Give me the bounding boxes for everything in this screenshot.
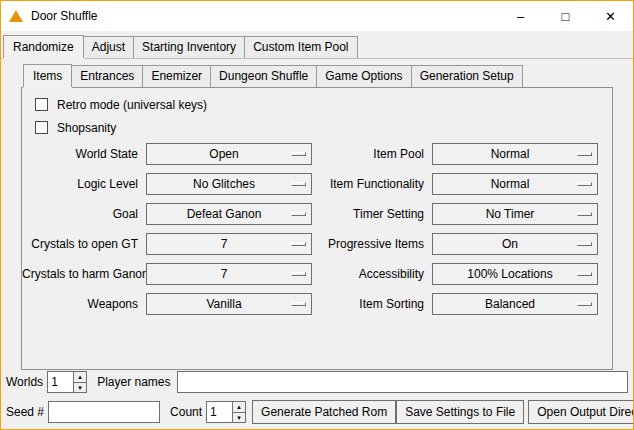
progressive-items-label: Progressive Items <box>312 237 432 251</box>
weapons-dropdown[interactable]: Vanilla <box>146 293 312 315</box>
dropdown-indicator-icon <box>577 212 592 216</box>
window-title: Door Shuffle <box>31 9 98 23</box>
sub-tab-bar: Items Entrances Enemizer Dungeon Shuffle… <box>21 59 613 88</box>
goal-label: Goal <box>22 207 146 221</box>
dropdown-indicator-icon <box>291 272 306 276</box>
item-functionality-dropdown[interactable]: Normal <box>432 173 598 195</box>
item-pool-value: Normal <box>491 147 540 161</box>
seed-row: Seed # Count ▴ ▾ Generate Patched Rom Sa… <box>6 400 628 424</box>
tab-custom-item-pool[interactable]: Custom Item Pool <box>244 36 357 58</box>
item-pool-label: Item Pool <box>312 147 432 161</box>
count-spinner: ▴ ▾ <box>206 401 246 423</box>
checkbox-row-retro-mode: Retro mode (universal keys) <box>35 97 612 112</box>
worlds-spin-down-button[interactable]: ▾ <box>74 382 86 393</box>
world-state-value: Open <box>209 147 248 161</box>
generate-button[interactable]: Generate Patched Rom <box>252 400 396 424</box>
worlds-row: Worlds ▴ ▾ Player names <box>6 371 628 393</box>
world-state-dropdown[interactable]: Open <box>146 143 312 165</box>
field-row: World State Open Item Pool Normal <box>22 143 612 165</box>
crystals-open-gt-label: Crystals to open GT <box>22 237 146 251</box>
dropdown-indicator-icon <box>577 182 592 186</box>
dropdown-indicator-icon <box>577 152 592 156</box>
dropdown-indicator-icon <box>577 242 592 246</box>
field-row: Logic Level No Glitches Item Functionali… <box>22 173 612 195</box>
logic-level-label: Logic Level <box>22 177 146 191</box>
logic-level-dropdown[interactable]: No Glitches <box>146 173 312 195</box>
item-sorting-dropdown[interactable]: Balanced <box>432 293 598 315</box>
crystals-open-gt-dropdown[interactable]: 7 <box>146 233 312 255</box>
worlds-spin-buttons: ▴ ▾ <box>73 372 86 392</box>
field-row: Crystals to open GT 7 Progressive Items … <box>22 233 612 255</box>
worlds-label: Worlds <box>6 375 43 389</box>
seed-label: Seed # <box>6 405 44 419</box>
retro-mode-label: Retro mode (universal keys) <box>57 98 207 112</box>
window-controls: – □ ✕ <box>498 1 633 31</box>
subtab-dungeon-shuffle[interactable]: Dungeon Shuffle <box>210 65 317 87</box>
count-label: Count <box>170 405 202 419</box>
accessibility-dropdown[interactable]: 100% Locations <box>432 263 598 285</box>
worlds-spin-up-button[interactable]: ▴ <box>74 372 86 382</box>
tab-starting-inventory[interactable]: Starting Inventory <box>133 36 245 58</box>
count-spin-down-button[interactable]: ▾ <box>233 412 245 423</box>
worlds-input[interactable] <box>48 372 73 392</box>
crystals-harm-ganon-value: 7 <box>221 267 238 281</box>
maximize-button[interactable]: □ <box>543 1 588 31</box>
open-output-button[interactable]: Open Output Directory <box>528 400 634 424</box>
subtab-entrances[interactable]: Entrances <box>71 65 143 87</box>
dropdown-indicator-icon <box>291 302 306 306</box>
item-sorting-value: Balanced <box>485 297 545 311</box>
count-spin-up-button[interactable]: ▴ <box>233 402 245 412</box>
crystals-harm-ganon-dropdown[interactable]: 7 <box>146 263 312 285</box>
subtab-generation-setup[interactable]: Generation Setup <box>411 65 523 87</box>
weapons-label: Weapons <box>22 297 146 311</box>
titlebar: Door Shuffle – □ ✕ <box>1 1 633 31</box>
count-spin-buttons: ▴ ▾ <box>232 402 245 422</box>
shopsanity-checkbox[interactable] <box>35 121 48 134</box>
retro-mode-checkbox[interactable] <box>35 98 48 111</box>
field-row: Weapons Vanilla Item Sorting Balanced <box>22 293 612 315</box>
main-tab-bar: Randomize Adjust Starting Inventory Cust… <box>1 31 633 59</box>
timer-setting-value: No Timer <box>486 207 545 221</box>
subtab-game-options[interactable]: Game Options <box>316 65 411 87</box>
checkbox-row-shopsanity: Shopsanity <box>35 120 612 135</box>
window: Door Shuffle – □ ✕ Randomize Adjust Star… <box>0 0 634 430</box>
crystals-open-gt-value: 7 <box>221 237 238 251</box>
goal-dropdown[interactable]: Defeat Ganon <box>146 203 312 225</box>
item-functionality-value: Normal <box>491 177 540 191</box>
tab-randomize[interactable]: Randomize <box>3 35 84 58</box>
save-settings-button[interactable]: Save Settings to File <box>396 400 524 424</box>
accessibility-label: Accessibility <box>312 267 432 281</box>
goal-value: Defeat Ganon <box>187 207 272 221</box>
app-icon <box>9 10 23 22</box>
timer-setting-label: Timer Setting <box>312 207 432 221</box>
player-names-label: Player names <box>97 375 170 389</box>
crystals-harm-ganon-label: Crystals to harm Ganon <box>22 267 146 281</box>
subtab-enemizer[interactable]: Enemizer <box>142 65 211 87</box>
field-row: Goal Defeat Ganon Timer Setting No Timer <box>22 203 612 225</box>
accessibility-value: 100% Locations <box>467 267 562 281</box>
progressive-items-dropdown[interactable]: On <box>432 233 598 255</box>
subtab-items[interactable]: Items <box>23 64 72 87</box>
worlds-spinner: ▴ ▾ <box>47 371 87 393</box>
minimize-button[interactable]: – <box>498 1 543 31</box>
dropdown-indicator-icon <box>291 212 306 216</box>
count-input[interactable] <box>207 402 232 422</box>
field-row: Crystals to harm Ganon 7 Accessibility 1… <box>22 263 612 285</box>
items-panel: Retro mode (universal keys) Shopsanity W… <box>21 88 613 370</box>
shopsanity-label: Shopsanity <box>57 121 116 135</box>
item-sorting-label: Item Sorting <box>312 297 432 311</box>
dropdown-indicator-icon <box>291 242 306 246</box>
player-names-input[interactable] <box>177 371 629 393</box>
dropdown-indicator-icon <box>291 152 306 156</box>
timer-setting-dropdown[interactable]: No Timer <box>432 203 598 225</box>
tab-adjust[interactable]: Adjust <box>83 36 134 58</box>
progressive-items-value: On <box>502 237 528 251</box>
item-pool-dropdown[interactable]: Normal <box>432 143 598 165</box>
weapons-value: Vanilla <box>206 297 251 311</box>
dropdown-indicator-icon <box>291 182 306 186</box>
seed-input[interactable] <box>48 401 160 423</box>
footer: Worlds ▴ ▾ Player names Seed # Count ▴ ▾ <box>6 371 628 424</box>
dropdown-indicator-icon <box>577 272 592 276</box>
close-button[interactable]: ✕ <box>588 1 633 31</box>
dropdown-indicator-icon <box>577 302 592 306</box>
